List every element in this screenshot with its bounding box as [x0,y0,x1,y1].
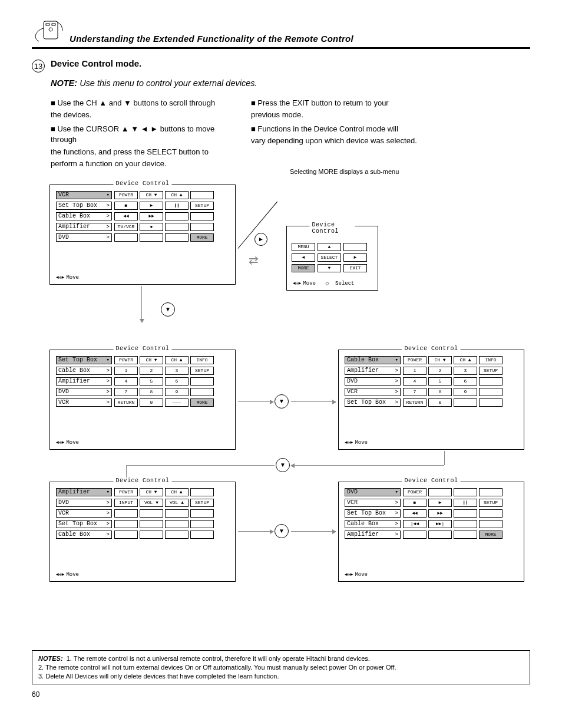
btn-7[interactable]: 7 [114,388,138,396]
btn-stop[interactable]: ■ [403,499,427,507]
btn-9[interactable]: 9 [165,388,189,396]
btn-line[interactable]: ——— [165,398,189,407]
btn-right[interactable]: ► [343,253,367,262]
btn-up[interactable]: ▲ [318,243,341,251]
flow-arrow [291,531,336,532]
btn-4[interactable]: 4 [403,377,427,386]
btn-blank [343,243,367,251]
btn-more[interactable]: MORE [292,264,315,272]
btn-6[interactable]: 6 [454,377,477,386]
btn-chup[interactable]: CH ▲ [165,191,189,199]
btn-0[interactable]: 0 [140,398,163,407]
btn-3[interactable]: 3 [454,367,477,375]
btn-voldn[interactable]: VOL ▼ [140,499,163,507]
btn-next[interactable]: ►►| [428,520,452,528]
btn-setup[interactable]: SETUP [479,367,503,375]
btn-input[interactable]: INPUT [114,499,138,507]
btn-chup[interactable]: CH ▲ [454,356,477,364]
btn-left[interactable]: ◄ [292,253,315,262]
btn-chdn[interactable]: CH ▼ [140,356,163,364]
device-cable: Cable Box▾ [345,356,401,364]
device-dvd: DVD▾ [345,488,401,496]
btn-chdn[interactable]: CH ▼ [140,488,163,496]
btn-play[interactable]: ► [428,499,452,507]
btn-blank [479,509,503,518]
btn-power[interactable]: POWER [114,488,138,496]
down-circle-icon: ▼ [275,524,289,538]
btn-stop[interactable]: ■ [114,202,138,210]
btn-rew[interactable]: ◄◄ [114,212,138,220]
btn-info[interactable]: INFO [190,356,214,364]
btn-blank [165,223,189,231]
btn-prev[interactable]: |◄◄ [403,520,427,528]
btn-more[interactable]: MORE [190,233,214,242]
step-b-l3: ■ Functions in the Device Control mode w… [251,124,398,133]
btn-exit[interactable]: EXIT [343,264,367,272]
btn-8[interactable]: 8 [428,388,452,396]
btn-5[interactable]: 5 [428,377,452,386]
btn-blank [403,531,427,539]
btn-play[interactable]: ► [140,202,163,210]
btn-info[interactable]: INFO [479,356,503,364]
btn-1[interactable]: 1 [114,367,138,375]
btn-select[interactable]: SELECT [318,253,341,262]
btn-blank [190,531,214,539]
btn-more[interactable]: MORE [190,398,214,407]
btn-more[interactable]: MORE [479,531,503,539]
btn-pause[interactable]: ❙❙ [454,499,477,507]
btn-blank [454,488,477,496]
btn-return[interactable]: RETURN [114,398,138,407]
btn-menu[interactable]: MENU [292,243,315,251]
btn-1[interactable]: 1 [403,367,427,375]
panel-more-submenu: Device Control MENU▲ ◄SELECT► MORE▼EXIT … [286,226,378,291]
device-vcr-mini [292,232,294,239]
down-circle-icon: ▼ [161,302,175,317]
btn-4[interactable]: 4 [114,377,138,386]
btn-power[interactable]: POWER [114,356,138,364]
step-a-l2: the devices. [51,110,91,119]
btn-rew[interactable]: ◄◄ [403,509,427,518]
btn-pause[interactable]: ❙❙ [165,202,189,210]
btn-chdn[interactable]: CH ▼ [428,356,452,364]
btn-8[interactable]: 8 [140,388,163,396]
btn-ff[interactable]: ►► [140,212,163,220]
device-amp: Amplifier> [56,223,112,231]
btn-ff[interactable]: ►► [428,509,452,518]
btn-0[interactable]: 0 [428,398,452,407]
device-amp: Amplifier> [345,531,401,539]
btn-down[interactable]: ▼ [318,264,341,272]
btn-setup[interactable]: SETUP [190,499,214,507]
btn-chdn[interactable]: CH ▼ [140,191,163,199]
btn-power[interactable]: POWER [403,488,427,496]
btn-blank [454,531,477,539]
down-circle-icon: ▼ [276,458,290,472]
foot-select: Select [335,281,354,286]
btn-setup[interactable]: SETUP [190,202,214,210]
play-circle-icon: ► [254,233,267,246]
btn-tvvcr[interactable]: TV/VCR [114,223,138,231]
btn-blank [479,488,503,496]
btn-blank [190,223,214,231]
flow-line [444,451,445,465]
device-stb: Set Top Box▾ [56,356,112,364]
btn-blank [140,233,163,242]
btn-2[interactable]: 2 [428,367,452,375]
btn-3[interactable]: 3 [165,367,189,375]
btn-setup[interactable]: SETUP [190,367,214,375]
btn-7[interactable]: 7 [403,388,427,396]
btn-9[interactable]: 9 [454,388,477,396]
btn-power[interactable]: POWER [403,356,427,364]
btn-2[interactable]: 2 [140,367,163,375]
btn-chup[interactable]: CH ▲ [165,356,189,364]
btn-power[interactable]: POWER [114,191,138,199]
btn-volup[interactable]: VOL ▲ [165,499,189,507]
panel-title: Device Control [113,477,171,484]
btn-6[interactable]: 6 [165,377,189,386]
btn-chup[interactable]: CH ▲ [165,488,189,496]
btn-5[interactable]: 5 [140,377,163,386]
panel-amp: Device Control Amplifier▾ POWERCH ▼CH ▲ … [49,482,236,582]
btn-setup[interactable]: SETUP [479,499,503,507]
btn-rec[interactable]: ● [140,223,163,231]
btn-return[interactable]: RETURN [403,398,427,407]
panel-title: Device Control [113,180,171,187]
